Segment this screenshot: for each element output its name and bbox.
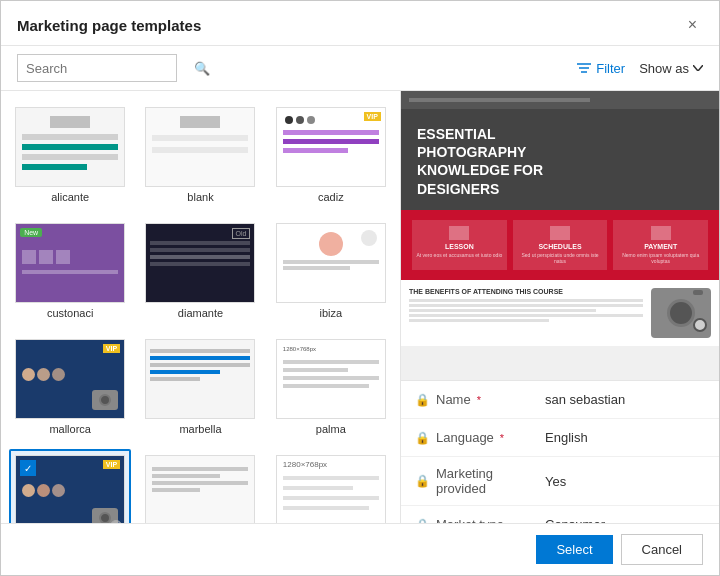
template-item[interactable]: alicante [9,101,131,209]
preview-bottom-title: THE BENEFITS OF ATTENDING THIS COURSE [409,288,643,295]
template-thumbnail: ✓ VIP [15,455,125,523]
template-thumbnail [145,339,255,419]
template-item[interactable]: 1280×768px palma [270,333,392,441]
dialog-footer: Select Cancel [1,523,719,575]
preview-image: ESSENTIAL PHOTOGRAPHY KNOWLEDGE FOR DESI… [401,91,719,381]
prop-label: 🔒 Language * [415,430,545,445]
template-label: custonaci [47,307,93,319]
search-input[interactable] [26,61,194,76]
template-item[interactable]: marbella [139,333,261,441]
template-label: diamante [178,307,223,319]
template-label: blank [187,191,213,203]
card-title: SCHEDULES [538,243,581,250]
cancel-button[interactable]: Cancel [621,534,703,565]
template-item[interactable]: Old diamante [139,217,261,325]
preview-line [409,309,596,312]
dialog-header: Marketing page templates × [1,1,719,46]
template-item[interactable]: ibiza [270,217,392,325]
preview-card-payment: PAYMENT Nemo enim ipsam voluptatem quia … [613,220,708,270]
filter-button[interactable]: Filter [577,61,625,76]
search-icon: 🔍 [194,61,210,76]
magnify-icon [693,318,707,332]
dialog-title: Marketing page templates [17,17,201,34]
prop-value-name: san sebastian [545,392,705,407]
required-indicator: * [477,394,481,406]
template-label: cadiz [318,191,344,203]
prop-label: 🔒 Name * [415,392,545,407]
old-badge: Old [232,228,251,239]
template-thumbnail [145,455,255,523]
dialog-body: alicante blank VIP [1,91,719,523]
preview-hero-title: ESSENTIAL PHOTOGRAPHY KNOWLEDGE FOR DESI… [417,125,703,198]
template-thumbnail: Old [145,223,255,303]
card-icon [550,226,570,240]
template-thumbnail [145,107,255,187]
template-item[interactable]: New custonaci [9,217,131,325]
card-icon [651,226,671,240]
preview-bottom: THE BENEFITS OF ATTENDING THIS COURSE [401,280,719,346]
preview-card-schedules: SCHEDULES Sed ut perspiciatis unde omnis… [513,220,608,270]
preview-background: ESSENTIAL PHOTOGRAPHY KNOWLEDGE FOR DESI… [401,91,719,380]
template-label: mallorca [49,423,91,435]
preview-cards: LESSON At vero eos et accusamus et iusto… [401,210,719,280]
preview-line [409,314,643,317]
template-grid-panel: alicante blank VIP [1,91,401,523]
card-title: PAYMENT [644,243,677,250]
preview-camera-container [651,288,711,338]
template-item[interactable]: VIP cadiz [270,101,392,209]
preview-card-lesson: LESSON At vero eos et accusamus et iusto… [412,220,507,270]
preview-line [409,319,549,322]
property-row-marketing: 🔒 Marketing provided Yes [401,457,719,506]
template-thumbnail: VIP [276,107,386,187]
select-button[interactable]: Select [536,535,612,564]
card-title: LESSON [445,243,474,250]
template-grid: alicante blank VIP [9,101,392,523]
template-label: marbella [179,423,221,435]
template-thumbnail: New [15,223,125,303]
prop-value-marketing: Yes [545,474,705,489]
template-item[interactable]: sitges [139,449,261,523]
template-label: palma [316,423,346,435]
vip-badge: VIP [364,112,381,121]
template-item[interactable]: VIP mallorca [9,333,131,441]
prop-value-language: English [545,430,705,445]
close-button[interactable]: × [682,15,703,35]
card-text: Nemo enim ipsam voluptatem quia voluptas [617,252,704,264]
lock-icon: 🔒 [415,474,430,488]
card-icon [449,226,469,240]
camera-button-detail [693,290,703,295]
filter-label: Filter [596,61,625,76]
template-item[interactable]: blank [139,101,261,209]
template-thumbnail: VIP [15,339,125,419]
new-badge: New [20,228,42,237]
dialog-toolbar: 🔍 Filter Show as [1,46,719,91]
property-row-market-type: 🔒 Market type Consumer [401,506,719,523]
preview-line [409,299,643,302]
preview-line [409,304,643,307]
preview-bottom-text: THE BENEFITS OF ATTENDING THIS COURSE [409,288,651,338]
preview-panel: ESSENTIAL PHOTOGRAPHY KNOWLEDGE FOR DESI… [401,91,719,523]
marketing-templates-dialog: Marketing page templates × 🔍 Filter Show… [0,0,720,576]
preview-top-bar [401,91,719,109]
preview-url-bar [409,98,590,102]
template-label: ibiza [320,307,343,319]
properties-panel: 🔒 Name * san sebastian 🔒 Language * Engl… [401,381,719,523]
selection-checkmark: ✓ [20,460,36,476]
template-item[interactable]: 1280×768px struct-1 [270,449,392,523]
template-thumbnail: 1280×768px [276,339,386,419]
property-row-language: 🔒 Language * English [401,419,719,457]
preview-hero: ESSENTIAL PHOTOGRAPHY KNOWLEDGE FOR DESI… [401,109,719,210]
card-text: Sed ut perspiciatis unde omnis iste natu… [517,252,604,264]
toolbar-right: Filter Show as [577,61,703,76]
card-text: At vero eos et accusamus et iusto odio [416,252,502,258]
search-box: 🔍 [17,54,177,82]
template-thumbnail [276,223,386,303]
show-as-label: Show as [639,61,689,76]
prop-label: 🔒 Marketing provided [415,466,545,496]
camera-lens [667,299,695,327]
lock-icon: 🔒 [415,431,430,445]
show-as-button[interactable]: Show as [639,61,703,76]
template-item-san-sebastian[interactable]: ✓ VIP san sebastian [9,449,131,523]
filter-icon [577,62,591,74]
template-thumbnail: 1280×768px [276,455,386,523]
